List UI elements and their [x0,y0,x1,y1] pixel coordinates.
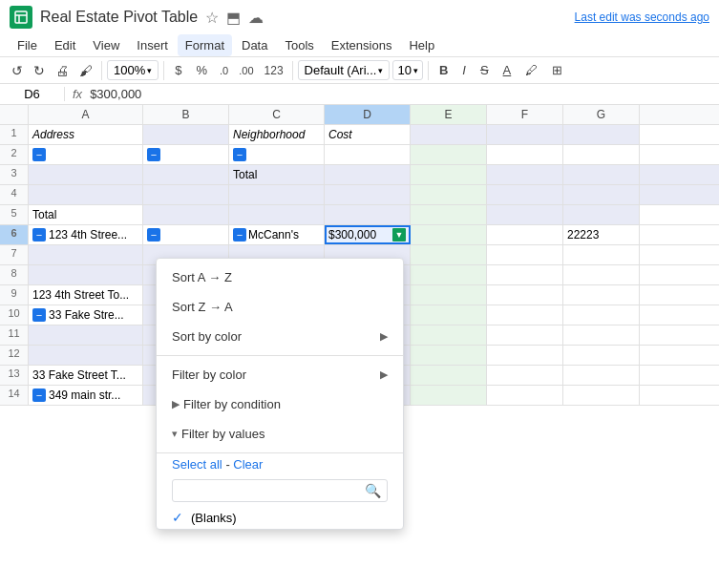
cell-f7[interactable] [487,245,563,264]
menu-format[interactable]: Format [178,34,232,56]
star-icon[interactable]: ☆ [205,9,219,27]
cell-a9[interactable]: 123 4th Street To... [29,285,143,304]
col-header-e[interactable]: E [411,105,487,124]
cell-a4[interactable] [29,185,143,204]
sort-z-a-item[interactable]: Sort Z → A [157,292,403,322]
cell-c5[interactable] [229,205,325,224]
filter-by-color-item[interactable]: Filter by color ▶ [157,360,403,389]
last-edit-label[interactable]: Last edit was seconds ago [575,10,709,24]
minus-icon-a2[interactable]: − [32,148,46,161]
cell-a11[interactable] [29,326,143,345]
cell-b5[interactable] [143,205,229,224]
cell-d2[interactable] [325,145,411,164]
cell-a10[interactable]: − 33 Fake Stre... [29,305,143,325]
cell-a8[interactable] [29,265,143,284]
cell-g10[interactable] [563,305,640,325]
minus-icon-c2[interactable]: − [233,148,246,161]
cell-a13[interactable]: 33 Fake Street T... [29,366,143,385]
cell-f11[interactable] [487,326,563,345]
cell-e7[interactable] [411,245,487,264]
cell-d1[interactable]: Cost [325,125,411,144]
clear-link[interactable]: Clear [233,457,263,472]
fontsize-dropdown[interactable]: 10 ▾ [392,60,422,80]
cell-d5[interactable] [325,205,411,224]
sort-a-z-item[interactable]: Sort A → Z [157,262,403,292]
percent-button[interactable]: % [190,61,213,79]
cell-e14[interactable] [411,386,487,405]
cell-f4[interactable] [487,185,563,204]
cell-reference[interactable]: D6 [8,87,65,101]
currency-button[interactable]: $ [169,61,187,79]
cell-a6[interactable]: − 123 4th Stree... [29,225,143,244]
minus-icon-b2[interactable]: − [147,148,160,161]
cell-f6[interactable] [487,225,563,244]
minus-icon-a6[interactable]: − [32,228,46,242]
borders-button[interactable]: ⊞ [546,61,568,79]
menu-edit[interactable]: Edit [47,34,83,56]
cell-g1[interactable] [563,125,640,144]
cell-a14[interactable]: − 349 main str... [29,386,143,405]
cell-b2[interactable]: − [143,145,229,164]
cell-g11[interactable] [563,326,640,345]
cell-f3[interactable] [487,165,563,184]
cell-e10[interactable] [411,305,487,325]
undo-button[interactable]: ↺ [8,61,27,80]
cell-g4[interactable] [563,185,640,204]
minus-icon-b6[interactable]: − [147,228,160,242]
filter-by-condition-item[interactable]: ▶ Filter by condition [157,389,403,419]
folder-icon[interactable]: ⬒ [226,9,241,27]
cell-f9[interactable] [487,285,563,304]
menu-insert[interactable]: Insert [129,34,176,56]
redo-button[interactable]: ↻ [30,61,49,80]
blanks-checkbox-item[interactable]: ✓ (Blanks) [157,506,403,529]
cell-f8[interactable] [487,265,563,284]
cell-b4[interactable] [143,185,229,204]
cell-c1[interactable]: Neighborhood [229,125,325,144]
cell-b6[interactable]: − [143,225,229,244]
col-header-d[interactable]: D [325,105,411,124]
cell-a2[interactable]: − [29,145,143,164]
col-header-f[interactable]: F [487,105,563,124]
cell-e6[interactable] [411,225,487,244]
zoom-dropdown[interactable]: 100% ▾ [107,60,159,80]
cell-g2[interactable] [563,145,640,164]
format123-button[interactable]: 123 [261,62,287,79]
col-header-b[interactable]: B [143,105,229,124]
menu-data[interactable]: Data [234,34,275,56]
font-dropdown[interactable]: Default (Ari... ▾ [298,60,391,80]
menu-file[interactable]: File [10,34,45,56]
cell-d4[interactable] [325,185,411,204]
cell-a12[interactable] [29,346,143,365]
cell-d3[interactable] [325,165,411,184]
filter-search-input[interactable] [179,484,365,498]
font-color-button[interactable]: A [497,61,518,79]
cell-e9[interactable] [411,285,487,304]
cell-g13[interactable] [563,366,640,385]
cell-f10[interactable] [487,305,563,325]
cell-e12[interactable] [411,346,487,365]
cell-e1[interactable] [411,125,487,144]
cell-g6[interactable]: 22223 [563,225,640,244]
cell-c6[interactable]: − McCann's [229,225,325,244]
cloud-icon[interactable]: ☁ [248,9,264,27]
cell-e13[interactable] [411,366,487,385]
filter-icon-d6[interactable]: ▼ [392,228,406,242]
cell-c2[interactable]: − [229,145,325,164]
bold-button[interactable]: B [434,61,454,79]
cell-g9[interactable] [563,285,640,304]
cell-c4[interactable] [229,185,325,204]
cell-a7[interactable] [29,245,143,264]
cell-a1[interactable]: Address [29,125,143,144]
cell-g8[interactable] [563,265,640,284]
cell-g3[interactable] [563,165,640,184]
highlight-button[interactable]: 🖊 [519,61,543,79]
minus-icon-a14[interactable]: − [32,388,46,402]
cell-e4[interactable] [411,185,487,204]
col-header-g[interactable]: G [563,105,640,124]
cell-f1[interactable] [487,125,563,144]
cell-e5[interactable] [411,205,487,224]
menu-extensions[interactable]: Extensions [324,34,400,56]
cell-e11[interactable] [411,326,487,345]
cell-c3[interactable]: Total [229,165,325,184]
menu-tools[interactable]: Tools [277,34,321,56]
